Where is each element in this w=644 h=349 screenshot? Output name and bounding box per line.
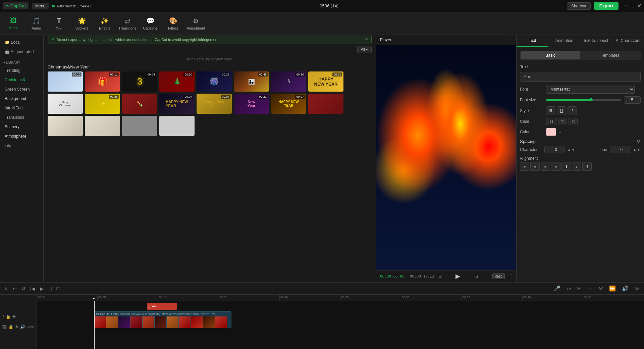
char-spacing-input[interactable] [544, 146, 565, 153]
toolbar-stickers[interactable]: 🌟 Stickers [71, 13, 93, 34]
sub-tab-basic[interactable]: Basic [521, 51, 580, 59]
toolbar-audio[interactable]: 🎵 Audio [25, 13, 47, 34]
thumbnail-3[interactable]: 3 00:04 [122, 71, 157, 92]
case-title-button[interactable]: Tt [568, 118, 578, 125]
thumbnail-15[interactable]: HAPPY NEWYEAR 00:07 [271, 94, 306, 114]
spacing-reset-icon[interactable]: ↺ [637, 139, 641, 144]
left-ai-generated[interactable]: 🤖 AI generated [1, 47, 42, 56]
thumbnail-8[interactable]: HAPPYNEW YEAR 00:21 [308, 71, 343, 92]
tab-text[interactable]: Text [517, 35, 548, 47]
tl-trim-button[interactable]: ↔ [585, 284, 595, 293]
tl-settings-button[interactable]: ⚙ [633, 284, 641, 293]
color-swatch[interactable] [546, 128, 556, 136]
play-button[interactable]: ▶ [455, 272, 460, 280]
toolbar-transitions[interactable]: ⇄ Transitions [117, 13, 138, 34]
left-transitions[interactable]: Transitions [1, 113, 42, 122]
line-spacing-input[interactable] [610, 146, 630, 153]
thumbnail-11[interactable]: 🍾 [122, 94, 157, 114]
tl-speed-button[interactable]: ⏩ [607, 284, 618, 293]
fit-screen-icon[interactable]: ⊡ [474, 273, 478, 279]
thumbnail-10[interactable]: ✨ 00:26 [85, 94, 120, 114]
player-menu-icon[interactable]: ⋯ [508, 38, 512, 42]
timeline-playhead[interactable] [94, 301, 95, 349]
italic-button[interactable]: I [568, 106, 577, 115]
maximize-button[interactable]: □ [631, 3, 634, 9]
font-size-input[interactable] [624, 96, 641, 104]
tl-cut-button[interactable]: ✂ [575, 284, 583, 293]
left-scenery[interactable]: Scenery [1, 122, 42, 131]
notice-close[interactable]: ✕ [365, 37, 368, 42]
thumbnail-4[interactable]: 🎄 00:10 [159, 71, 195, 92]
slider-thumb[interactable] [589, 98, 593, 101]
align-left-button[interactable]: ≡ [520, 162, 529, 171]
left-background[interactable]: Background [1, 94, 42, 103]
tl-split-left[interactable]: |◀ [29, 285, 37, 293]
thumbnail-6[interactable]: 👩‍👧 00:48 [234, 71, 269, 92]
toolbar-media[interactable]: 🖼 Media [3, 13, 24, 34]
thumbnail-1[interactable]: 00:10 [48, 71, 83, 92]
export-button[interactable]: Export [594, 2, 619, 10]
color-chevron[interactable]: ⌄ [558, 130, 561, 134]
thumbnail-2[interactable]: 🎁 00:11 [85, 71, 120, 92]
tl-cursor-tool[interactable]: ↖ [3, 285, 9, 293]
align-justify-button[interactable]: ≡ [551, 162, 560, 171]
thumbnail-20[interactable] [159, 116, 195, 136]
left-intro-end[interactable]: Intro&End [1, 104, 42, 112]
tl-split-right[interactable]: ▶| [39, 285, 46, 293]
underline-button[interactable]: U [557, 106, 566, 115]
thumbnail-13[interactable]: Happy NewYear 00:07 [197, 94, 232, 114]
tl-link-button[interactable]: ⇔ [565, 284, 573, 293]
text-track-visible[interactable]: 👁 [12, 314, 16, 319]
left-local[interactable]: 📁 Local [1, 38, 42, 47]
text-track-lock[interactable]: 🔒 [6, 314, 11, 319]
thumbnail-17[interactable] [48, 116, 83, 136]
font-size-slider[interactable] [546, 99, 621, 101]
left-green-screen[interactable]: Green Screen [1, 85, 42, 94]
align-top-button[interactable]: ⬆ [561, 162, 571, 171]
thumbnail-14[interactable]: NewYear 00:21 [234, 94, 269, 114]
tab-ai-characters[interactable]: AI Characters [612, 35, 644, 47]
thumbnail-9[interactable]: MerryChristmas [48, 94, 83, 114]
char-spin[interactable]: ▲▼ [567, 147, 575, 152]
tl-mic-button[interactable]: 🎤 [552, 284, 562, 293]
text-input-field[interactable]: Abc [520, 72, 641, 82]
align-bottom-button[interactable]: ⬇ [582, 162, 592, 171]
font-select[interactable]: Montserrat [546, 85, 635, 94]
tl-freeze-button[interactable]: ❄ [597, 284, 605, 293]
minimize-button[interactable]: ─ [625, 3, 628, 9]
left-trending[interactable]: Trending [1, 66, 42, 75]
thumbnail-5[interactable]: 🎆 00:28 [197, 71, 232, 92]
thumbnail-19[interactable] [122, 116, 157, 136]
ratio-button[interactable]: Ratio [492, 273, 505, 279]
align-right-button[interactable]: ≡ [541, 162, 550, 171]
align-middle-button[interactable]: ↕ [572, 162, 581, 171]
thumbnail-16[interactable] [308, 94, 343, 114]
bold-button[interactable]: B [546, 106, 555, 115]
tl-redo[interactable]: ↺ [20, 285, 27, 293]
line-spin[interactable]: ▲▼ [633, 147, 641, 152]
thumbnail-18[interactable] [85, 116, 120, 136]
tab-text-to-speech[interactable]: Text-to-speech [580, 35, 612, 47]
toolbar-text[interactable]: T Text [48, 13, 70, 34]
all-filter-button[interactable]: All ▾ [357, 46, 372, 53]
tl-split-both[interactable]: || [48, 285, 53, 293]
sub-tab-templates[interactable]: Templates [580, 51, 640, 59]
tl-delete[interactable]: □ [55, 285, 61, 293]
shortcut-button[interactable]: Shortcut [567, 2, 591, 10]
thumbnail-7[interactable]: 🕯 00:30 [271, 71, 306, 92]
case-lower-button[interactable]: tt [558, 118, 567, 125]
toolbar-filters[interactable]: 🎨 Filters [162, 13, 184, 34]
tab-animation[interactable]: Animation [548, 35, 580, 47]
toolbar-captions[interactable]: 💬 Captions [140, 13, 161, 34]
left-life[interactable]: Life [1, 141, 42, 150]
video-track-visible[interactable]: 👁 [15, 325, 19, 329]
case-upper-button[interactable]: TT [546, 118, 557, 125]
video-track-audio[interactable]: 🔊 [20, 325, 25, 329]
tl-undo[interactable]: ↩ [11, 285, 18, 293]
text-track[interactable]: 🖊 Abc [147, 303, 177, 310]
align-center-button[interactable]: ≡ [530, 162, 540, 171]
video-track-lock[interactable]: 🔒 [8, 325, 13, 329]
toolbar-effects[interactable]: ✨ Effects [94, 13, 115, 34]
thumbnail-12[interactable]: HAPPY NEWYEAR 00:07 [159, 94, 195, 114]
left-christmas[interactable]: Christmas&... [1, 76, 42, 84]
